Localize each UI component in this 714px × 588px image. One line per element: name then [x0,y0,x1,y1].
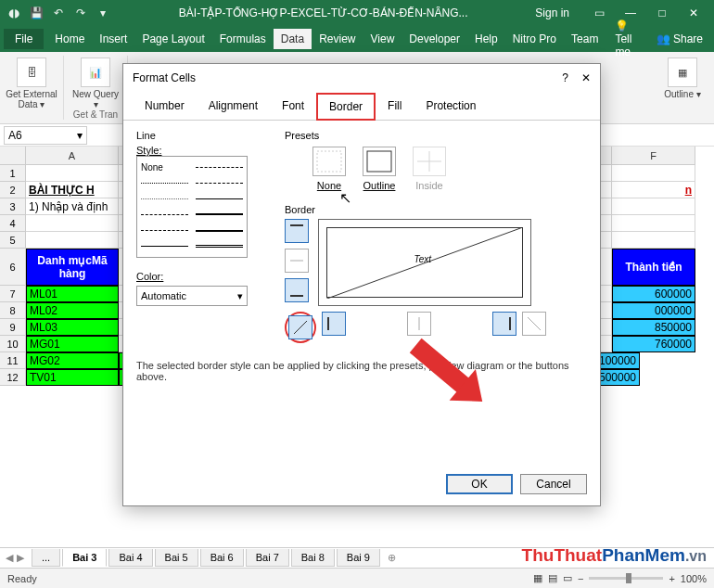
row-header[interactable]: 12 [0,369,26,386]
style-label: Style: [136,145,257,156]
menu-developer[interactable]: Developer [402,29,467,49]
zoom-in-icon[interactable]: + [669,573,674,584]
preset-none[interactable]: None [312,147,346,191]
col-header-f[interactable]: F [612,147,695,165]
menu-review[interactable]: Review [312,29,363,49]
menubar: File Home Insert Page Layout Formulas Da… [0,26,714,52]
row-header[interactable]: 3 [0,198,26,215]
tab-border[interactable]: Border [316,93,376,121]
preset-outline[interactable]: Outline [363,147,396,191]
document-title: BÀI-TẬP-TỔNG-HỢP-EXCEL-TỪ-CƠ-BẢN-ĐẾN-NÂN… [111,6,535,19]
save-icon[interactable]: 💾 [28,5,45,21]
outline-button[interactable]: ▦ Outline ▾ [657,58,708,99]
redo-icon[interactable]: ↷ [72,5,89,21]
sheet-tab[interactable]: Bai 8 [291,549,335,567]
border-diag-down-button[interactable] [522,312,546,336]
menu-data[interactable]: Data [274,29,312,49]
menu-home[interactable]: Home [47,29,92,49]
row-header[interactable]: 7 [0,286,26,302]
sheet-tab[interactable]: Bai 7 [246,549,289,567]
sheet-tab[interactable]: ... [32,549,60,567]
tab-number[interactable]: Number [133,93,197,121]
line-section-label: Line [136,130,257,141]
diag-highlight [285,312,316,343]
chevron-down-icon[interactable]: ▾ [77,129,83,142]
row-header[interactable]: 2 [0,182,26,198]
view-normal-icon[interactable]: ▦ [533,572,542,584]
color-label: Color: [136,271,257,282]
row-header[interactable]: 1 [0,165,26,182]
row-header[interactable]: 9 [0,319,26,336]
line-style-list[interactable]: None [136,156,248,258]
menu-team[interactable]: Team [564,29,606,49]
format-cells-dialog: Format Cells ? ✕ Number Alignment Font B… [122,63,601,506]
svg-line-8 [294,321,307,334]
row-header[interactable]: 8 [0,302,26,319]
sheet-next-icon[interactable]: ▶ [17,552,24,564]
border-top-button[interactable] [285,219,309,243]
zoom-level[interactable]: 100% [681,573,707,584]
row-header[interactable]: 5 [0,232,26,249]
menu-file[interactable]: File [4,29,44,49]
outline-icon: ▦ [668,58,697,87]
presets-section-label: Presets [285,130,587,141]
cancel-button[interactable]: Cancel [520,474,587,494]
select-all-corner[interactable] [0,147,26,165]
status-bar: Ready ▦ ▤ ▭ − + 100% [0,568,714,588]
new-query-button[interactable]: 📊 New Query ▾ [70,58,121,109]
border-middle-h-button[interactable] [285,249,309,273]
sheet-tab[interactable]: Bai 6 [200,549,244,567]
col-header-a[interactable]: A [26,147,119,165]
help-icon[interactable]: ? [562,71,568,84]
share-button[interactable]: 👥 Share [649,29,710,49]
get-external-data-button[interactable]: 🗄 Get External Data ▾ [6,58,57,109]
view-page-icon[interactable]: ▤ [548,572,557,584]
preset-inside[interactable]: Inside [413,147,446,191]
svg-rect-1 [367,151,391,172]
name-box[interactable]: A6▾ [4,126,87,145]
ribbon-group-query: 📊 New Query ▾ Get & Tran [64,56,128,120]
tab-font[interactable]: Font [270,93,316,121]
tab-alignment[interactable]: Alignment [197,93,270,121]
tab-fill[interactable]: Fill [376,93,414,121]
sheet-tab[interactable]: Bai 5 [155,549,198,567]
sheet-tab[interactable]: Bai 9 [337,549,380,567]
menu-nitro-pro[interactable]: Nitro Pro [505,29,564,49]
row-header[interactable]: 11 [0,352,26,369]
sign-in-link[interactable]: Sign in [535,6,569,19]
menu-help[interactable]: Help [467,29,505,49]
autosave-icon[interactable]: ◖◗ [6,5,22,21]
sheet-prev-icon[interactable]: ◀ [6,552,13,564]
menu-insert[interactable]: Insert [92,29,134,49]
dialog-titlebar[interactable]: Format Cells ? ✕ [123,64,600,92]
zoom-out-icon[interactable]: − [578,573,583,584]
row-header[interactable]: 10 [0,336,26,352]
add-sheet-button[interactable]: ⊕ [388,552,396,564]
border-middle-v-button[interactable] [407,312,431,336]
border-bottom-button[interactable] [285,278,309,302]
border-right-button[interactable] [492,312,516,336]
maximize-icon[interactable]: □ [647,2,677,24]
sheet-tab[interactable]: Bai 3 [62,549,107,567]
border-preview[interactable]: Text [318,219,531,306]
query-icon: 📊 [81,58,110,87]
ok-button[interactable]: OK [446,474,513,494]
close-icon[interactable]: ✕ [679,2,708,24]
style-none[interactable]: None [141,160,188,173]
menu-view[interactable]: View [363,29,402,49]
zoom-slider[interactable] [589,577,663,580]
dialog-close-icon[interactable]: ✕ [581,71,591,84]
border-diag-up-button[interactable] [288,315,312,339]
menu-page-layout[interactable]: Page Layout [134,29,211,49]
qat-dropdown-icon[interactable]: ▾ [95,5,111,21]
sheet-tab[interactable]: Bai 4 [108,549,152,567]
border-left-button[interactable] [322,312,346,336]
undo-icon[interactable]: ↶ [50,5,67,21]
view-break-icon[interactable]: ▭ [563,572,572,584]
tab-protection[interactable]: Protection [414,93,488,121]
color-dropdown[interactable]: Automatic▾ [136,286,248,306]
row-header[interactable]: 6 [0,249,26,286]
menu-formulas[interactable]: Formulas [212,29,274,49]
row-header[interactable]: 4 [0,215,26,232]
ribbon-group-external: 🗄 Get External Data ▾ [0,56,64,120]
